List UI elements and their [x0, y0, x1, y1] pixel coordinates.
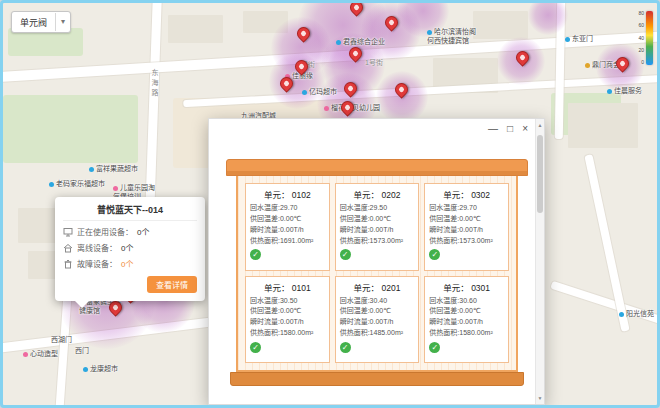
modal-scrollbar[interactable]: ▲ ▼	[535, 119, 544, 404]
unit-metric: 供回温差:0.00℃	[340, 214, 415, 225]
poi-dot-icon	[565, 37, 570, 42]
map-label: 君鑫综合企业	[336, 37, 385, 46]
unit-metric: 瞬时流量:0.00T/h	[429, 317, 504, 328]
unit-metric: 供热面积:1580.00m²	[429, 328, 504, 339]
unit-metric: 回水温度:30.40	[340, 296, 415, 307]
layer-type-select[interactable]: 单元阀 ▾	[11, 11, 71, 33]
unit-metric: 供热面积:1573.00m²	[429, 236, 504, 247]
scrollbar-thumb[interactable]	[537, 135, 543, 213]
unit-metric: 瞬时流量:0.00T/h	[250, 225, 325, 236]
unit-cell-0302[interactable]: 单元： 0302 回水温度:29.70 供回温差:0.00℃ 瞬时流量:0.00…	[424, 183, 509, 271]
status-ok-icon: ✓	[250, 249, 261, 260]
unit-cell-0202[interactable]: 单元： 0202 回水温度:29.50 供回温差:0.00℃ 瞬时流量:0.00…	[335, 183, 420, 271]
layer-type-value: 单元阀	[12, 16, 55, 29]
view-details-button[interactable]: 查看详情	[147, 276, 197, 293]
map-building	[168, 15, 223, 43]
cabinet-base	[230, 372, 524, 386]
status-ok-icon: ✓	[250, 342, 261, 353]
poi-dot-icon	[336, 40, 341, 45]
fault-devices-row: 故障设备： 0个	[63, 258, 197, 269]
map-green-area	[3, 95, 138, 163]
unit-id: 单元： 0102	[250, 188, 325, 200]
poi-dot-icon	[427, 30, 432, 35]
unit-cell-0301[interactable]: 单元： 0301 回水温度:30.60 供回温差:0.00℃ 瞬时流量:0.00…	[424, 276, 509, 364]
unit-metric: 瞬时流量:0.00T/h	[429, 225, 504, 236]
row-label: 故障设备：	[77, 258, 117, 269]
poi-dot-icon	[302, 90, 307, 95]
in-use-devices-row: 正在使用设备： 0个	[63, 226, 197, 237]
unit-metric: 瞬时流量:0.00T/h	[340, 317, 415, 328]
legend-tick: 40	[638, 36, 644, 41]
legend-tick: 60	[638, 23, 644, 28]
legend-tick: 80	[638, 11, 644, 16]
poi-dot-icon	[49, 182, 54, 187]
unit-metric: 瞬时流量:0.00T/h	[250, 317, 325, 328]
status-ok-icon: ✓	[340, 249, 351, 260]
map-label: 富祥果蔬超市	[89, 164, 138, 173]
row-label: 离线设备：	[77, 242, 117, 253]
map-label: 阳光信苑	[619, 309, 654, 318]
poi-dot-icon	[23, 352, 28, 357]
cabinet-body: 单元： 0102 回水温度:29.70 供回温差:0.00℃ 瞬时流量:0.00…	[236, 176, 518, 372]
app-window: 君鑫综合企业哈尔滨清怡阁 何西快捷宾馆东亚门鼎门商会馆佳丽缘亿玛超市榴花宝贝幼儿…	[0, 0, 660, 408]
unit-id: 单元： 0101	[250, 281, 325, 293]
maximize-icon[interactable]: □	[507, 124, 513, 134]
minimize-icon[interactable]: —	[488, 124, 498, 134]
map-building	[473, 11, 528, 39]
unit-metric: 供热面积:1580.00m²	[250, 328, 325, 339]
close-icon[interactable]: ×	[522, 124, 528, 134]
map-label: 亿玛超市	[302, 87, 337, 96]
map-marker[interactable]	[294, 24, 312, 42]
unit-cell-0101[interactable]: 单元： 0101 回水温度:30.50 供回温差:0.00℃ 瞬时流量:0.00…	[245, 276, 330, 364]
unit-metric: 回水温度:29.70	[429, 203, 504, 214]
map-marker[interactable]	[613, 54, 631, 72]
poi-dot-icon	[83, 367, 88, 372]
scroll-up-icon[interactable]: ▲	[536, 122, 544, 128]
unit-metric: 供热面积:1691.00m²	[250, 236, 325, 247]
trash-icon	[63, 259, 73, 269]
unit-cell-0102[interactable]: 单元： 0102 回水温度:29.70 供回温差:0.00℃ 瞬时流量:0.00…	[245, 183, 330, 271]
map-label: 龙康超市	[83, 364, 118, 373]
unit-metric: 回水温度:30.60	[429, 296, 504, 307]
station-title: 普悦蓝天下--014	[63, 203, 197, 221]
unit-metric: 供回温差:0.00℃	[250, 214, 325, 225]
poi-dot-icon	[619, 312, 624, 317]
heat-cabinet: 单元： 0102 回水温度:29.70 供回温差:0.00℃ 瞬时流量:0.00…	[226, 159, 528, 386]
unit-metric: 瞬时流量:0.00T/h	[340, 225, 415, 236]
unit-metric: 供回温差:0.00℃	[429, 306, 504, 317]
home-icon	[63, 243, 73, 253]
unit-metric: 回水温度:29.70	[250, 203, 325, 214]
map-label: 西湖门	[51, 335, 72, 344]
road-label: 1号街	[365, 57, 383, 67]
unit-metric: 供热面积:1485.00m²	[340, 328, 415, 339]
monitor-icon	[63, 227, 73, 237]
unit-id: 单元： 0302	[429, 188, 504, 200]
unit-metric: 供回温差:0.00℃	[429, 214, 504, 225]
row-label: 正在使用设备：	[77, 226, 133, 237]
station-info-popup: 普悦蓝天下--014 正在使用设备： 0个 离线设备： 0个 故障设备： 0个 …	[55, 197, 205, 301]
status-ok-icon: ✓	[429, 249, 440, 260]
unit-cell-0201[interactable]: 单元： 0201 回水温度:30.40 供回温差:0.00℃ 瞬时流量:0.00…	[335, 276, 420, 364]
chevron-down-icon[interactable]: ▾	[55, 13, 70, 31]
unit-metric: 供热面积:1573.00m²	[340, 236, 415, 247]
poi-dot-icon	[607, 89, 612, 94]
row-value: 0个	[121, 258, 133, 269]
row-value: 0个	[121, 242, 133, 253]
legend-ticks: 80 60 40 20 0	[638, 11, 644, 65]
status-ok-icon: ✓	[340, 342, 351, 353]
map-marker[interactable]	[347, 3, 365, 17]
unit-id: 单元： 0301	[429, 281, 504, 293]
map-road	[550, 281, 657, 333]
scroll-down-icon[interactable]: ▼	[536, 395, 544, 401]
heat-legend: 80 60 40 20 0	[638, 11, 653, 65]
unit-metric: 供回温差:0.00℃	[250, 306, 325, 317]
map-label: 哈尔滨清怡阁 何西快捷宾馆	[427, 27, 476, 45]
legend-tick: 0	[638, 60, 644, 65]
map-marker[interactable]	[382, 13, 400, 31]
poi-dot-icon	[585, 63, 590, 68]
road-label: 东海路	[149, 69, 159, 99]
map-marker[interactable]	[513, 48, 531, 66]
unit-metric: 供回温差:0.00℃	[340, 306, 415, 317]
unit-id: 单元： 0202	[340, 188, 415, 200]
map-building	[243, 11, 288, 33]
